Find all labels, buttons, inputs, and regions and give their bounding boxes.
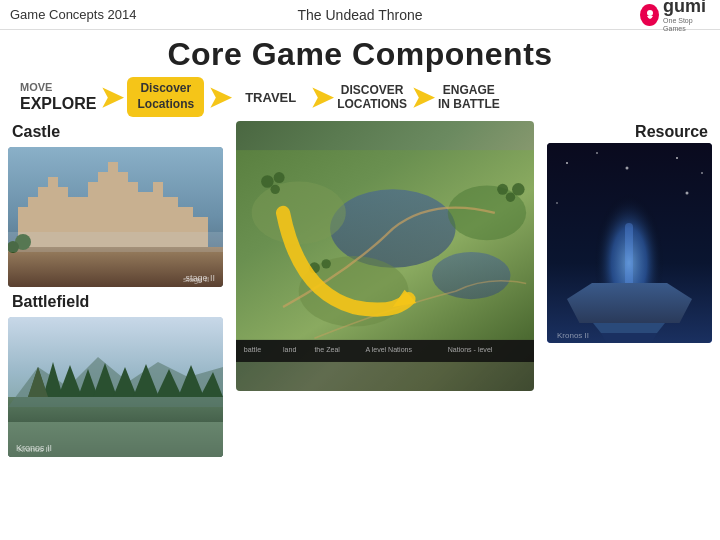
castle-label: Castle bbox=[8, 121, 228, 143]
resource-svg: Kronos II bbox=[547, 143, 712, 343]
battlefield-svg: Kronos II bbox=[8, 317, 223, 457]
resource-label: Resource bbox=[631, 121, 712, 143]
steps-bar: MOVE EXPLORE ➤ Discover Locations ➤ TRAV… bbox=[0, 77, 720, 117]
gumi-text: gumi bbox=[663, 0, 710, 17]
header: Game Concepts 2014 The Undead Throne gum… bbox=[0, 0, 720, 30]
svg-rect-2 bbox=[8, 247, 223, 287]
battlefield-label: Battlefield bbox=[8, 291, 228, 313]
right-column: Resource bbox=[542, 121, 712, 493]
explore-label: EXPLORE bbox=[20, 94, 96, 113]
svg-marker-55 bbox=[601, 333, 657, 343]
left-column: Castle bbox=[8, 121, 228, 493]
svg-point-48 bbox=[626, 167, 629, 170]
svg-point-46 bbox=[566, 162, 568, 164]
svg-rect-22 bbox=[8, 422, 223, 457]
castle-image: stage II bbox=[8, 147, 223, 287]
svg-text:Kronos II: Kronos II bbox=[18, 445, 50, 454]
discover-text: Discover Locations bbox=[137, 81, 194, 111]
gumi-logo: gumi One Stop Games bbox=[640, 4, 710, 26]
arrow-1: ➤ bbox=[100, 81, 123, 114]
svg-marker-56 bbox=[619, 298, 639, 318]
arrow-4: ➤ bbox=[411, 81, 434, 114]
svg-rect-57 bbox=[625, 223, 633, 303]
battlefield-image: Kronos II bbox=[8, 317, 223, 457]
castle-bg: stage II bbox=[8, 147, 223, 287]
main-title: Core Game Components bbox=[0, 30, 720, 77]
page-title: The Undead Throne bbox=[297, 7, 422, 23]
move-group: MOVE EXPLORE bbox=[20, 81, 96, 113]
svg-point-52 bbox=[686, 192, 689, 195]
svg-rect-6 bbox=[8, 232, 223, 252]
svg-point-0 bbox=[647, 10, 653, 16]
arrow-3: ➤ bbox=[310, 81, 333, 114]
svg-point-49 bbox=[676, 157, 678, 159]
arrow-2: ➤ bbox=[208, 81, 231, 114]
move-label: MOVE bbox=[20, 81, 96, 94]
castle-svg: stage II bbox=[8, 147, 223, 287]
travel-label: TRAVEL bbox=[245, 90, 296, 105]
svg-point-51 bbox=[556, 202, 558, 204]
gumi-tagline: One Stop Games bbox=[663, 17, 710, 34]
svg-point-47 bbox=[596, 152, 598, 154]
discover-locations-label: DISCOVER LOCATIONS bbox=[337, 83, 407, 112]
app-title: Game Concepts 2014 bbox=[10, 7, 136, 22]
resource-image: Kronos II bbox=[547, 143, 712, 343]
svg-text:stage II: stage II bbox=[183, 275, 209, 284]
content-area: Castle bbox=[0, 117, 720, 497]
svg-marker-54 bbox=[589, 293, 669, 333]
logo-area: gumi One Stop Games bbox=[640, 4, 710, 26]
gumi-icon bbox=[640, 4, 659, 26]
svg-text:Kronos II: Kronos II bbox=[557, 331, 589, 340]
svg-point-50 bbox=[701, 172, 703, 174]
engage-label: ENGAGE IN BATTLE bbox=[438, 83, 500, 112]
middle-column: battle land the Zeal A level Nations Nat… bbox=[236, 121, 534, 493]
map-container: battle land the Zeal A level Nations Nat… bbox=[236, 121, 534, 391]
battlefield-bg: Kronos II bbox=[8, 317, 223, 457]
arrow-overlay-svg bbox=[236, 121, 534, 391]
discover-bubble: Discover Locations bbox=[127, 77, 204, 116]
